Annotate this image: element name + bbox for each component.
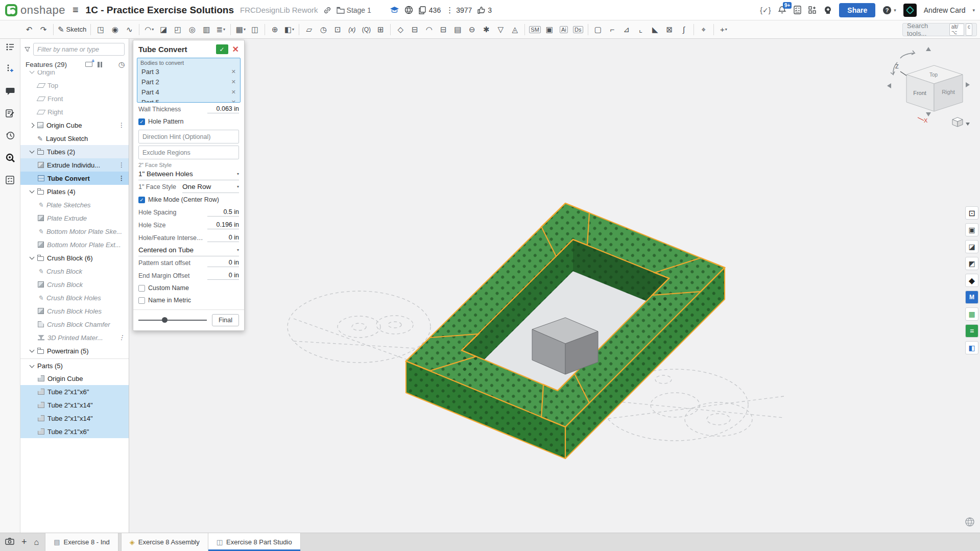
tree-item-3d-printed-material[interactable]: 3D Printed Mater...⋮ [20,331,129,344]
pattern-offset-value[interactable]: 0 in [207,259,239,267]
belt-tool[interactable]: ⊖ [465,22,479,37]
accept-button[interactable]: ✓ [216,44,228,54]
apps-grid-button[interactable]: ▦ [965,307,978,321]
mike-mode-checkbox[interactable]: ✓ Mike Mode (Center Row) [138,194,239,206]
part-item-tube-2x1x14[interactable]: Tube 2"x1"x14" [20,398,129,412]
hole-size-field[interactable]: Hole Size 0.196 in [138,219,239,231]
viewcube-menu-icon[interactable] [952,117,970,127]
model-viewport[interactable] [129,39,980,533]
sheet-app-button[interactable]: ≡ [965,324,978,338]
add-folder-icon[interactable] [85,62,92,67]
view-cube[interactable]: Top Front Right Z X [885,45,972,132]
tree-item-top-plane[interactable]: Top [20,79,129,92]
versions-stat[interactable]: ⋮ 3977 [446,6,472,15]
suppress-pause-icon[interactable] [98,62,102,67]
origin-target-tool[interactable]: ⌖ [697,22,710,37]
body-list-item[interactable]: Part 3✕ [140,66,237,77]
fillet-tool[interactable]: ◠▾ [142,22,156,37]
intersection-value[interactable]: 0 in [207,234,239,242]
mkcad-app-button[interactable]: M [965,291,978,304]
tree-item-crush-block-sketch[interactable]: Crush Block [20,265,129,278]
link-icon[interactable] [323,6,331,14]
part-item-tube-2x1x6-b[interactable]: Tube 2"x1"x6" [20,425,129,438]
context-menu-dots-icon[interactable]: ⋮ [118,122,125,129]
learning-icon[interactable] [390,6,399,14]
slider-thumb[interactable] [162,317,168,323]
thread-tool[interactable]: ≣▾ [214,22,227,37]
final-button[interactable]: Final [212,314,239,326]
toolbox-2-tool[interactable]: ⊟ [437,22,450,37]
user-name[interactable]: Andrew Card [924,6,966,14]
tasks-checklist-icon[interactable] [794,6,801,14]
context-menu-dots-icon[interactable]: ⋮ [118,334,125,341]
toolbox-1-tool[interactable]: ⊟ [408,22,421,37]
tree-item-extrude-individual[interactable]: Extrude Individu...⋮ [20,158,129,172]
tabs-home-button[interactable]: ⌂ [34,538,39,547]
profile-tool[interactable]: ∫ [677,22,690,37]
tree-folder-tubes[interactable]: Tubes (2) [20,145,129,158]
boolean-tool[interactable]: ⊕ [268,22,281,37]
tree-item-bottom-motor-plate-sketch[interactable]: Bottom Motor Plate Ske... [20,225,129,238]
search-spotlight-icon[interactable] [6,153,15,162]
gusset-tool[interactable]: ⌞ [634,22,648,37]
body-list-item[interactable]: Part 2✕ [140,77,237,87]
tree-folder-powertrain[interactable]: Powertrain (5) [20,344,129,357]
likes-stat[interactable]: 3 [477,6,492,14]
exclude-regions-input[interactable]: Exclude Regions [138,146,239,159]
folder-breadcrumb[interactable]: Stage 1 [337,6,371,14]
fold-tool[interactable]: ▢ [591,22,605,37]
funnel-tool[interactable]: ▽ [494,22,507,37]
split-tool[interactable]: ◧▾ [282,22,296,37]
comments-icon[interactable] [6,87,15,95]
lookup-tool[interactable]: (Q) [360,22,373,37]
apps-grid-icon[interactable] [808,6,817,14]
tree-folder-crush-block[interactable]: Crush Block (6) [20,251,129,265]
pattern-tool[interactable]: ▦▾ [234,22,247,37]
cone-tool[interactable]: ◬ [508,22,521,37]
tree-item-crush-block-holes-sketch[interactable]: Crush Block Holes [20,291,129,304]
body-list-item[interactable]: Part 4✕ [140,87,237,97]
end-margin-offset-field[interactable]: End Margin Offset 0 in [138,269,239,282]
tree-item-crush-block-extrude[interactable]: Crush Block [20,278,129,291]
history-icon[interactable] [6,131,15,140]
tab-tool[interactable]: ⊿ [620,22,633,37]
bom-table-icon[interactable] [6,176,14,184]
tree-folder-plates[interactable]: Plates (4) [20,185,129,198]
import-tool[interactable]: ⊡ [331,22,344,37]
name-in-metric-checkbox[interactable]: Name in Metric [138,294,239,306]
section-view-button[interactable]: ◪ [965,240,978,253]
tree-item-origin[interactable]: Origin [20,70,129,79]
tree-item-front-plane[interactable]: Front [20,92,129,105]
checkbox-checked-icon[interactable]: ✓ [138,118,145,125]
graphics-area[interactable]: Top Front Right Z X ⊡ ▣ ◪ ◩ [129,39,980,533]
exploded-view-tool[interactable]: ⊞ [374,22,387,37]
frame-check-tool[interactable]: ⊠ [663,22,676,37]
filter-input[interactable] [33,43,125,56]
remove-item-icon[interactable]: ✕ [231,79,237,85]
share-button[interactable]: Share [839,3,875,17]
flange-tool[interactable]: ⌐ [606,22,619,37]
tree-item-right-plane[interactable]: Right [20,105,129,118]
hole-spacing-value[interactable]: 0.5 in [207,208,239,217]
pattern-start-offset-field[interactable]: Pattern start offset 0 in [138,256,239,269]
bodies-to-convert-list[interactable]: Bodies to convert Part 3✕ Part 2✕ Part 4… [137,58,241,103]
wall-thickness-field[interactable]: Wall Thickness 0.063 in [138,103,239,115]
redo-button[interactable]: ↷ [37,22,50,37]
ai-tool[interactable]: Ai [557,22,570,37]
notes-edit-icon[interactable] [6,109,14,117]
rollback-history-icon[interactable]: ◷ [118,60,125,68]
parts-section-header[interactable]: Parts (5) [20,358,129,372]
checkbox-unchecked-icon[interactable] [138,285,145,292]
hole-feature-intersection-field[interactable]: Hole/Feature Intersection ... 0 in [138,231,239,244]
units-globe-icon[interactable] [965,517,975,529]
feature-list-config-icon[interactable] [6,43,15,51]
gear-tool[interactable]: ✱ [480,22,493,37]
display-states-button[interactable]: ◩ [965,257,978,270]
body-list-item[interactable]: Part 5✕ [140,97,237,103]
ds-tool[interactable]: Ds [571,22,585,37]
tab-exercise-8-ind[interactable]: ▤ Exercise 8 - Ind [45,533,118,551]
tree-item-origin-cube[interactable]: Origin Cube⋮ [20,118,129,132]
insert-feature-icon[interactable] [6,64,14,74]
chamfer-tool[interactable]: ◪ [157,22,170,37]
versions-graph-icon[interactable]: {✓} [760,6,771,14]
